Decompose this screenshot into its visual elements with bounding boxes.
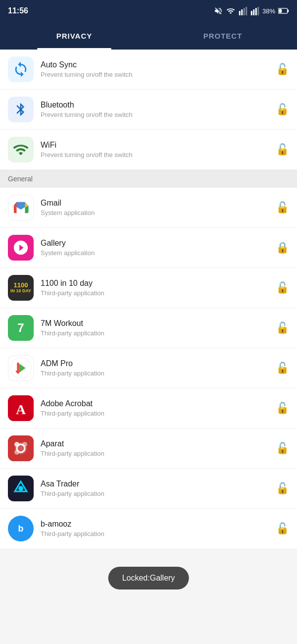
list-item[interactable]: Gmail System application 🔓 [0, 188, 297, 228]
battery-text: 38% [262, 7, 275, 15]
item-title: 7M Workout [41, 319, 275, 328]
lock-icon-adobe[interactable]: 🔓 [275, 401, 289, 415]
item-title: Gallery [41, 239, 275, 248]
svg-point-19 [22, 442, 27, 447]
svg-rect-3 [246, 7, 247, 15]
status-time: 11:56 [8, 6, 28, 15]
bluetooth-icon [8, 97, 34, 122]
item-subtitle: Prevent turning on/off the switch [41, 111, 275, 118]
svg-point-18 [14, 442, 19, 447]
signal2-icon [250, 6, 259, 15]
top-items-section: Auto Sync Prevent turning on/off the swi… [0, 50, 297, 170]
svg-rect-9 [288, 9, 289, 12]
list-item[interactable]: Asa Trader Third-party application 🔓 [0, 469, 297, 509]
wifi-status-icon [226, 6, 236, 15]
adm-app-icon [8, 355, 34, 381]
lock-icon-aparat[interactable]: 🔓 [275, 441, 289, 455]
list-item[interactable]: Aparat Third-party application 🔓 [0, 429, 297, 469]
item-title: Aparat [41, 439, 275, 448]
item-subtitle: System application [41, 249, 275, 257]
bamooz-app-icon: b [8, 516, 34, 541]
status-icons: 38% [214, 6, 289, 15]
lock-icon-gallery[interactable]: 🔒 [275, 241, 289, 255]
adobe-app-icon: A [8, 395, 34, 421]
item-subtitle: System application [41, 209, 275, 216]
autosync-icon [8, 56, 34, 82]
svg-rect-1 [241, 9, 243, 15]
item-title: Bluetooth [41, 101, 275, 109]
tab-protect[interactable]: PROTECT [148, 22, 297, 50]
list-item[interactable]: ADM Pro Third-party application 🔓 [0, 348, 297, 388]
status-bar: 11:56 38% [0, 0, 297, 22]
wifi-icon [8, 137, 34, 162]
aparat-app-icon [8, 435, 34, 461]
lock-icon-autosync[interactable]: 🔓 [275, 62, 289, 76]
tab-bar: PRIVACY PROTECT [0, 22, 297, 50]
item-subtitle: Prevent turning on/off the switch [41, 71, 275, 78]
item-subtitle: Prevent turning on/off the switch [41, 151, 275, 159]
list-item[interactable]: WiFi Prevent turning on/off the switch 🔓 [0, 130, 297, 170]
item-title: WiFi [41, 141, 275, 150]
list-item[interactable]: A Adobe Acrobat Third-party application … [0, 388, 297, 429]
1100-app-icon: 1100 IN 10 DAY [8, 275, 34, 301]
svg-rect-0 [239, 11, 241, 15]
item-subtitle: Third-party application [41, 289, 275, 297]
item-subtitle: Third-party application [41, 329, 275, 337]
svg-rect-6 [255, 8, 257, 15]
lock-icon-wifi[interactable]: 🔓 [275, 143, 289, 157]
toast-message: Locked:Gallery [108, 567, 189, 590]
list-item[interactable]: Gallery System application 🔒 [0, 228, 297, 268]
svg-point-23 [18, 486, 23, 491]
gmail-app-icon [8, 195, 34, 220]
item-title: 1100 in 10 day [41, 279, 275, 288]
list-item[interactable]: 1100 IN 10 DAY 1100 in 10 day Third-part… [0, 268, 297, 308]
list-item[interactable]: Auto Sync Prevent turning on/off the swi… [0, 50, 297, 90]
7m-app-icon: 7 [8, 315, 34, 341]
svg-rect-7 [257, 7, 259, 15]
svg-rect-5 [253, 9, 254, 15]
item-title: b-amooz [41, 520, 275, 529]
svg-point-20 [14, 450, 19, 455]
item-title: Adobe Acrobat [41, 399, 275, 408]
item-title: Gmail [41, 199, 275, 208]
battery-icon [278, 7, 289, 14]
lock-icon-7m[interactable]: 🔓 [275, 321, 289, 335]
app-items-section: Gmail System application 🔓 Gallery Syste… [0, 188, 297, 548]
item-subtitle: Third-party application [41, 490, 275, 497]
tab-privacy[interactable]: PRIVACY [0, 22, 148, 50]
item-subtitle: Third-party application [41, 410, 275, 417]
svg-text:A: A [16, 402, 26, 417]
list-item[interactable]: b b-amooz Third-party application 🔓 [0, 509, 297, 548]
lock-icon-1100[interactable]: 🔓 [275, 281, 289, 295]
item-title: Auto Sync [41, 60, 275, 69]
lock-icon-gmail[interactable]: 🔓 [275, 201, 289, 215]
svg-rect-2 [244, 8, 245, 15]
mute-icon [214, 6, 223, 15]
lock-icon-adm[interactable]: 🔓 [275, 361, 289, 375]
lock-icon-bluetooth[interactable]: 🔓 [275, 103, 289, 116]
svg-rect-10 [279, 9, 282, 13]
item-title: Asa Trader [41, 480, 275, 488]
section-divider: General [0, 170, 297, 188]
gallery-app-icon [8, 235, 34, 261]
asatrader-app-icon [8, 476, 34, 501]
item-subtitle: Third-party application [41, 450, 275, 457]
item-title: ADM Pro [41, 359, 275, 368]
list-item[interactable]: 7 7M Workout Third-party application 🔓 [0, 308, 297, 348]
list-item[interactable]: Bluetooth Prevent turning on/off the swi… [0, 90, 297, 130]
lock-icon-asatrader[interactable]: 🔓 [275, 482, 289, 495]
item-subtitle: Third-party application [41, 370, 275, 377]
item-subtitle: Third-party application [41, 530, 275, 537]
lock-icon-bamooz[interactable]: 🔓 [275, 522, 289, 536]
signal-icon [239, 6, 248, 15]
svg-rect-4 [251, 11, 252, 15]
